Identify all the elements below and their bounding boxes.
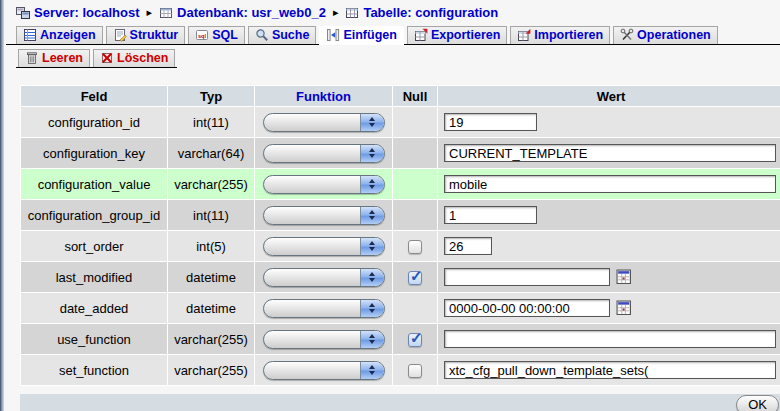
header-wert: Wert bbox=[438, 86, 780, 106]
field-name: date_added bbox=[21, 293, 167, 323]
tab-label: Einfügen bbox=[343, 28, 396, 42]
null-cell bbox=[393, 169, 437, 199]
field-type: datetime bbox=[168, 293, 254, 323]
sql-icon: sql bbox=[195, 28, 209, 42]
table-row: date_added datetime bbox=[21, 293, 780, 323]
header-funktion[interactable]: Funktion bbox=[255, 86, 392, 106]
null-cell bbox=[393, 262, 437, 292]
function-cell bbox=[255, 293, 392, 323]
table-row: configuration_value varchar(255) bbox=[21, 169, 780, 199]
field-name: sort_order bbox=[21, 231, 167, 261]
calendar-icon[interactable] bbox=[616, 300, 632, 316]
function-cell bbox=[255, 107, 392, 137]
tab-l-schen[interactable]: Löschen bbox=[93, 49, 175, 67]
import-icon bbox=[517, 28, 531, 42]
submit-band: OK bbox=[20, 394, 780, 411]
tab-bar-secondary: LeerenLöschen bbox=[16, 47, 177, 68]
value-input[interactable] bbox=[444, 361, 776, 379]
field-type: datetime bbox=[168, 262, 254, 292]
breadcrumb-separator: ▸ bbox=[333, 6, 339, 19]
null-checkbox[interactable] bbox=[408, 364, 422, 378]
operations-icon bbox=[620, 28, 634, 42]
field-name: configuration_id bbox=[21, 107, 167, 137]
field-type: int(11) bbox=[168, 107, 254, 137]
header-null: Null bbox=[393, 86, 437, 106]
select-stepper-icon bbox=[360, 145, 384, 162]
select-stepper-icon bbox=[360, 238, 384, 255]
tab-leeren[interactable]: Leeren bbox=[18, 49, 90, 67]
table-row: last_modified datetime bbox=[21, 262, 780, 292]
tab-einf-gen[interactable]: Einfügen bbox=[319, 26, 403, 45]
tab-operationen[interactable]: Operationen bbox=[613, 26, 718, 44]
database-icon bbox=[159, 6, 173, 20]
table-row: use_function varchar(255) bbox=[21, 324, 780, 354]
function-select[interactable] bbox=[263, 330, 385, 349]
table-row: set_function varchar(255) bbox=[21, 355, 780, 385]
insert-form-table: Feld Typ Funktion Null Wert configuratio… bbox=[20, 85, 780, 386]
function-select[interactable] bbox=[263, 299, 385, 318]
table-row: configuration_id int(11) bbox=[21, 107, 780, 137]
function-select[interactable] bbox=[263, 206, 385, 225]
tab-exportieren[interactable]: Exportieren bbox=[407, 26, 507, 44]
ok-button[interactable]: OK bbox=[736, 395, 779, 411]
tab-anzeigen[interactable]: Anzeigen bbox=[16, 26, 103, 44]
field-name: set_function bbox=[21, 355, 167, 385]
breadcrumb: Server: localhost▸Datenbank: usr_web0_2▸… bbox=[6, 0, 780, 23]
value-input[interactable] bbox=[444, 330, 776, 348]
breadcrumb-link-server[interactable]: Server: localhost bbox=[16, 5, 140, 20]
field-name: configuration_key bbox=[21, 138, 167, 168]
breadcrumb-label: Datenbank: usr_web0_2 bbox=[177, 5, 326, 20]
field-name: use_function bbox=[21, 324, 167, 354]
function-select[interactable] bbox=[263, 144, 385, 163]
field-type: int(11) bbox=[168, 200, 254, 230]
calendar-icon[interactable] bbox=[616, 269, 632, 285]
null-cell bbox=[393, 231, 437, 261]
breadcrumb-link-datenbank[interactable]: Datenbank: usr_web0_2 bbox=[159, 5, 326, 20]
field-type: varchar(255) bbox=[168, 169, 254, 199]
value-input[interactable] bbox=[444, 206, 537, 224]
null-cell bbox=[393, 324, 437, 354]
breadcrumb-link-tabelle[interactable]: Tabelle: configuration bbox=[345, 5, 498, 20]
tab-importieren[interactable]: Importieren bbox=[510, 26, 610, 44]
null-checkbox[interactable] bbox=[408, 240, 422, 254]
function-select[interactable] bbox=[263, 175, 385, 194]
header-typ: Typ bbox=[168, 86, 254, 106]
tab-label: Leeren bbox=[42, 51, 83, 65]
select-stepper-icon bbox=[360, 114, 384, 131]
value-cell bbox=[438, 355, 780, 385]
value-input[interactable] bbox=[444, 268, 610, 286]
select-stepper-icon bbox=[360, 362, 384, 379]
tab-label: SQL bbox=[212, 28, 238, 42]
field-name: last_modified bbox=[21, 262, 167, 292]
tab-struktur[interactable]: Struktur bbox=[106, 26, 186, 44]
header-feld: Feld bbox=[21, 86, 167, 106]
function-cell bbox=[255, 200, 392, 230]
value-input[interactable] bbox=[444, 237, 492, 255]
function-select[interactable] bbox=[263, 268, 385, 287]
tab-label: Anzeigen bbox=[40, 28, 96, 42]
structure-icon bbox=[113, 28, 127, 42]
field-type: varchar(255) bbox=[168, 324, 254, 354]
value-cell bbox=[438, 169, 780, 199]
tab-suche[interactable]: Suche bbox=[248, 26, 317, 44]
function-select[interactable] bbox=[263, 237, 385, 256]
value-cell bbox=[438, 293, 780, 323]
tab-sql[interactable]: sqlSQL bbox=[188, 26, 245, 44]
function-cell bbox=[255, 324, 392, 354]
function-select[interactable] bbox=[263, 361, 385, 380]
left-frame-divider bbox=[0, 0, 4, 411]
function-cell bbox=[255, 138, 392, 168]
value-input[interactable] bbox=[444, 144, 776, 162]
function-select[interactable] bbox=[263, 113, 385, 132]
null-checkbox[interactable] bbox=[408, 333, 422, 347]
null-cell bbox=[393, 138, 437, 168]
value-cell bbox=[438, 231, 780, 261]
null-checkbox[interactable] bbox=[408, 271, 422, 285]
value-input[interactable] bbox=[444, 175, 776, 193]
search-icon bbox=[255, 28, 269, 42]
value-input[interactable] bbox=[444, 299, 610, 317]
value-input[interactable] bbox=[444, 113, 537, 131]
table-row: configuration_group_id int(11) bbox=[21, 200, 780, 230]
phpmyadmin-main-panel: Server: localhost▸Datenbank: usr_web0_2▸… bbox=[6, 0, 780, 411]
field-type: varchar(255) bbox=[168, 355, 254, 385]
